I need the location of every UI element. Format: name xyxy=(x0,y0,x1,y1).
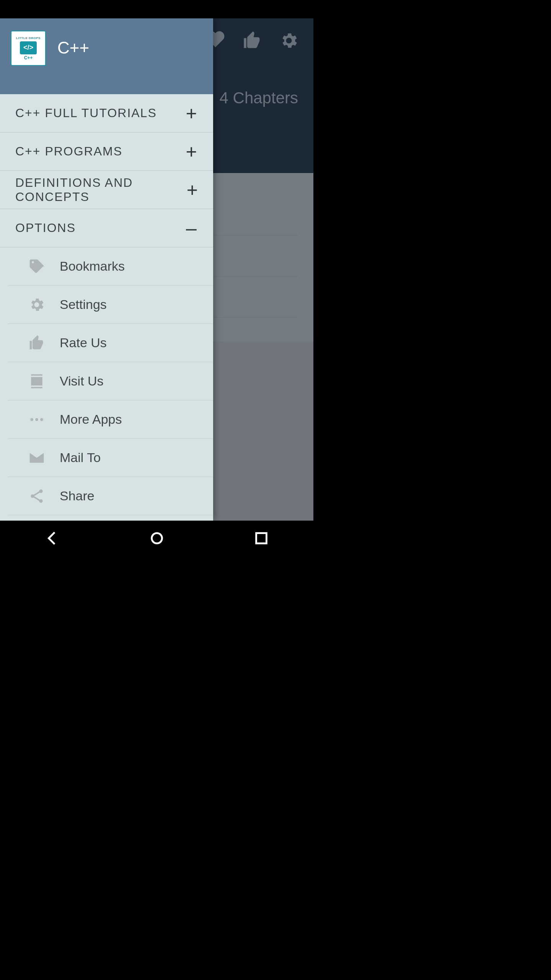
section-label: C++ PROGRAMS xyxy=(15,144,122,158)
section-label: C++ FULL TUTORIALS xyxy=(15,106,157,120)
drawer-title: C++ xyxy=(57,38,89,57)
mail-icon xyxy=(26,447,47,469)
option-label: Bookmarks xyxy=(60,259,125,274)
logo-mid: </> xyxy=(20,41,37,54)
navigation-drawer: LITTLE DROPS </> C++ C++ C++ FULL TUTORI… xyxy=(0,18,213,521)
section-options[interactable]: OPTIONS– xyxy=(0,209,213,247)
option-label: Mail To xyxy=(60,450,101,465)
plus-icon: + xyxy=(185,140,199,163)
logo-top: LITTLE DROPS xyxy=(16,36,41,40)
option-visit-us[interactable]: Visit Us xyxy=(8,362,213,400)
option-label: Rate Us xyxy=(60,335,107,350)
contact-icon xyxy=(26,371,47,392)
option-label: Visit Us xyxy=(60,374,104,389)
back-button[interactable] xyxy=(44,529,61,549)
app-logo: LITTLE DROPS </> C++ xyxy=(11,31,46,66)
status-bar xyxy=(0,0,313,18)
option-mail-to[interactable]: Mail To xyxy=(8,439,213,477)
drawer-header: LITTLE DROPS </> C++ C++ xyxy=(0,18,213,94)
section-full-tutorials[interactable]: C++ FULL TUTORIALS+ xyxy=(0,94,213,132)
section-definitions[interactable]: DEFINITIONS AND CONCEPTS+ xyxy=(0,171,213,209)
recent-button[interactable] xyxy=(253,529,270,549)
screen: 4 Chapters LITTLE DROPS </> C++ C++ C++ … xyxy=(0,0,313,557)
option-label: Share xyxy=(60,488,95,503)
logo-sub: C++ xyxy=(24,55,33,60)
plus-icon: + xyxy=(185,102,199,124)
plus-icon: + xyxy=(187,179,199,201)
gear-icon xyxy=(26,294,47,315)
option-rate-us[interactable]: Rate Us xyxy=(8,324,213,362)
option-more-apps[interactable]: More Apps xyxy=(8,400,213,439)
home-button[interactable] xyxy=(148,529,166,549)
minus-icon: – xyxy=(185,217,199,239)
option-label: More Apps xyxy=(60,412,122,427)
tag-heart-icon xyxy=(26,256,47,277)
option-settings[interactable]: Settings xyxy=(8,286,213,324)
option-label: Settings xyxy=(60,297,107,312)
system-nav-bar xyxy=(0,521,313,557)
section-programs[interactable]: C++ PROGRAMS+ xyxy=(0,132,213,171)
option-share[interactable]: Share xyxy=(8,477,213,515)
svg-point-1 xyxy=(35,418,38,421)
thumbs-up-icon xyxy=(26,332,47,354)
share-icon xyxy=(26,485,47,507)
option-bookmarks[interactable]: Bookmarks xyxy=(8,247,213,286)
svg-point-2 xyxy=(40,418,43,421)
section-label: OPTIONS xyxy=(15,221,76,235)
section-label: DEFINITIONS AND CONCEPTS xyxy=(15,176,187,204)
svg-point-6 xyxy=(152,533,162,544)
svg-rect-7 xyxy=(256,533,266,544)
more-icon xyxy=(26,409,47,430)
svg-point-0 xyxy=(31,418,33,421)
